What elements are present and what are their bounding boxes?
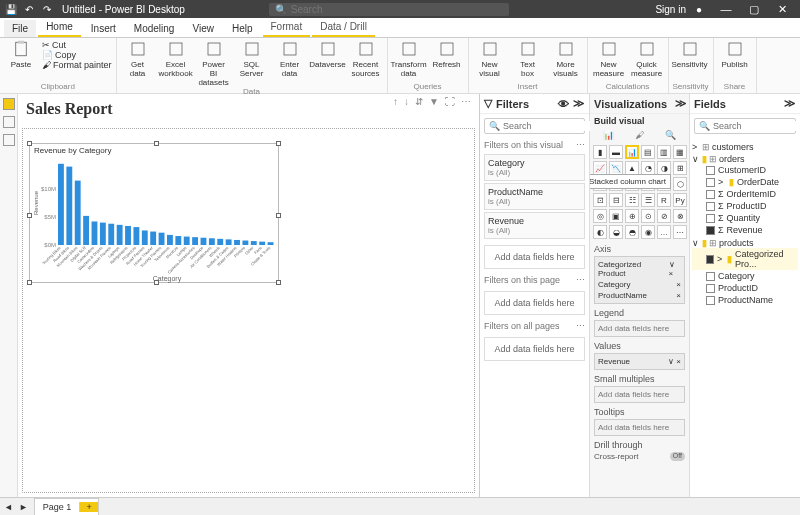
viz-type-33[interactable]: ◉ (641, 225, 655, 239)
collapse-icon[interactable]: ≫ (675, 97, 687, 110)
cross-toggle[interactable]: Off (670, 452, 685, 461)
tooltips-well[interactable]: Add data fields here (594, 419, 685, 436)
save-icon[interactable]: 💾 (4, 4, 18, 15)
viz-type-19[interactable]: ⊟ (609, 193, 623, 207)
drill-up-icon[interactable]: ↑ (393, 96, 398, 107)
viz-type-4[interactable]: ▥ (657, 145, 671, 159)
publish-button[interactable]: Publish (718, 40, 752, 69)
fields-search[interactable]: 🔍 (694, 118, 796, 134)
add-visual-filter[interactable]: Add data fields here (484, 245, 585, 269)
small-well[interactable]: Add data fields here (594, 386, 685, 403)
tab-file[interactable]: File (4, 20, 36, 37)
tab-data-drill[interactable]: Data / Drill (312, 18, 375, 37)
viz-type-34[interactable]: … (657, 225, 671, 239)
tab-modeling[interactable]: Modeling (126, 20, 183, 37)
tab-format[interactable]: Format (263, 18, 311, 37)
field-Quantity[interactable]: Σ Quantity (692, 212, 798, 224)
excel-workbook-button[interactable]: Excelworkbook (159, 40, 193, 78)
viz-type-24[interactable]: ◎ (593, 209, 607, 223)
axis-chip-1[interactable]: Category× (597, 279, 682, 290)
text-box-button[interactable]: Textbox (511, 40, 545, 78)
sql-server-button[interactable]: SQLServer (235, 40, 269, 78)
table-customers[interactable]: > ⊞ customers (692, 142, 798, 152)
field-ProductID[interactable]: Σ ProductID (692, 200, 798, 212)
prev-page-icon[interactable]: ◄ (4, 502, 13, 512)
values-chip-0[interactable]: Revenue∨ × (597, 356, 682, 367)
tab-help[interactable]: Help (224, 20, 261, 37)
transform-data-button[interactable]: Transformdata (392, 40, 426, 78)
viz-type-8[interactable]: ▲ (625, 161, 639, 175)
viz-type-11[interactable]: ⊞ (673, 161, 687, 175)
field-OrderDate[interactable]: >▮ OrderDate (692, 176, 798, 188)
viz-type-3[interactable]: ▤ (641, 145, 655, 159)
field-Category[interactable]: Category (692, 270, 798, 282)
filter-card-category[interactable]: Categoryis (All) (484, 154, 585, 181)
get-data-button[interactable]: Getdata (121, 40, 155, 78)
values-well[interactable]: Revenue∨ × (594, 353, 685, 370)
tab-view[interactable]: View (184, 20, 222, 37)
tab-home[interactable]: Home (38, 18, 81, 37)
viz-type-10[interactable]: ◑ (657, 161, 671, 175)
next-page-icon[interactable]: ► (19, 502, 28, 512)
minimize-icon[interactable]: — (712, 0, 740, 18)
viz-type-9[interactable]: ◔ (641, 161, 655, 175)
filter-card-productname[interactable]: ProductNameis (All) (484, 183, 585, 210)
viz-type-22[interactable]: R (657, 193, 671, 207)
redo-icon[interactable]: ↷ (40, 4, 54, 15)
viz-type-26[interactable]: ⊕ (625, 209, 639, 223)
focus-icon[interactable]: ⛶ (445, 96, 455, 107)
cut-button[interactable]: ✂ Cut (42, 40, 112, 50)
viz-type-5[interactable]: ▦ (673, 145, 687, 159)
viz-type-0[interactable]: ▮ (593, 145, 607, 159)
more-icon[interactable]: ⋯ (461, 96, 471, 107)
visual-area[interactable]: Revenue by Category $0M$5M$10MRevenueTou… (22, 128, 475, 493)
table-orders[interactable]: ∨▮ ⊞ orders (692, 154, 798, 164)
new-measure-button[interactable]: Newmeasure (592, 40, 626, 78)
format-painter-button[interactable]: 🖌 Format painter (42, 60, 112, 70)
tab-insert[interactable]: Insert (83, 20, 124, 37)
viz-type-23[interactable]: Py (673, 193, 687, 207)
dataverse-button[interactable]: Dataverse (311, 40, 345, 69)
viz-type-2[interactable]: 📊 (625, 145, 639, 159)
report-view-icon[interactable] (3, 98, 15, 110)
viz-type-28[interactable]: ⊘ (657, 209, 671, 223)
quick-measure-button[interactable]: Quickmeasure (630, 40, 664, 78)
copy-button[interactable]: 📄 Copy (42, 50, 112, 60)
sensitivity-button[interactable]: Sensitivity (673, 40, 707, 69)
filters-search[interactable]: 🔍 (484, 118, 585, 134)
build-tab-icon[interactable]: 📊 (603, 130, 614, 140)
add-all-filter[interactable]: Add data fields here (484, 337, 585, 361)
collapse-icon[interactable]: ≫ (784, 97, 796, 110)
filter-icon[interactable]: ▼ (429, 96, 439, 107)
paste-button[interactable]: Paste (4, 40, 38, 69)
field-ProductName[interactable]: ProductName (692, 294, 798, 306)
viz-type-30[interactable]: ◐ (593, 225, 607, 239)
enter-data-button[interactable]: Enterdata (273, 40, 307, 78)
new-visual-button[interactable]: Newvisual (473, 40, 507, 78)
viz-type-31[interactable]: ◒ (609, 225, 623, 239)
viz-type-6[interactable]: 📈 (593, 161, 607, 175)
viz-type-25[interactable]: ▣ (609, 209, 623, 223)
title-search[interactable]: 🔍 (269, 3, 509, 16)
format-tab-icon[interactable]: 🖌 (635, 130, 644, 140)
viz-type-29[interactable]: ⊗ (673, 209, 687, 223)
chart-visual[interactable]: Revenue by Category $0M$5M$10MRevenueTou… (29, 143, 279, 283)
collapse-icon[interactable]: ≫ (573, 97, 585, 110)
legend-well[interactable]: Add data fields here (594, 320, 685, 337)
viz-type-7[interactable]: 📉 (609, 161, 623, 175)
filter-card-revenue[interactable]: Revenueis (All) (484, 212, 585, 239)
field-CategorizedPro[interactable]: >▮ Categorized Pro... (692, 248, 798, 270)
viz-type-20[interactable]: ☷ (625, 193, 639, 207)
viz-type-17[interactable]: ⬡ (673, 177, 687, 191)
viz-type-21[interactable]: ☰ (641, 193, 655, 207)
undo-icon[interactable]: ↶ (22, 4, 36, 15)
data-view-icon[interactable] (3, 116, 15, 128)
field-OrderItemID[interactable]: Σ OrderItemID (692, 188, 798, 200)
analytics-tab-icon[interactable]: 🔍 (665, 130, 676, 140)
close-icon[interactable]: ✕ (768, 0, 796, 18)
viz-type-32[interactable]: ◓ (625, 225, 639, 239)
viz-type-27[interactable]: ⊙ (641, 209, 655, 223)
recent-sources-button[interactable]: Recentsources (349, 40, 383, 78)
axis-well[interactable]: Categorized Product∨ ×Category×ProductNa… (594, 256, 685, 304)
hide-icon[interactable]: 👁 (558, 98, 569, 110)
